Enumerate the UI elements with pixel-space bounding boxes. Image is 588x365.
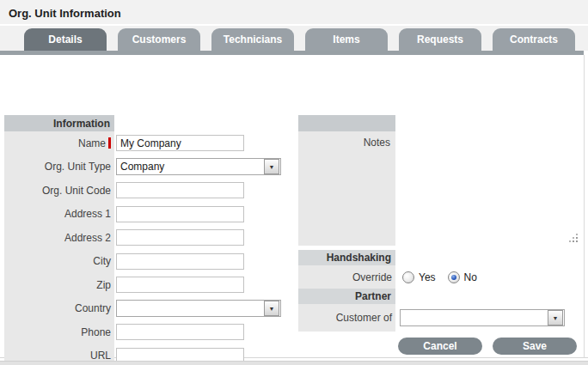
resize-grip-icon[interactable] — [569, 234, 578, 242]
customer-of-row: Customer of ▼ — [298, 304, 582, 332]
notes-label-column: Notes — [298, 131, 395, 246]
override-label: Override — [298, 265, 395, 289]
org-unit-type-value: Company — [117, 161, 263, 173]
customer-of-label: Customer of — [298, 304, 395, 332]
org-unit-code-input[interactable] — [116, 182, 244, 198]
address-2-row: Address 2 — [4, 226, 292, 250]
org-unit-code-label: Org. Unit Code — [4, 179, 114, 203]
radio-label: Yes — [419, 271, 436, 283]
partner-section-header: Partner — [298, 289, 395, 304]
org-unit-type-label: Org. Unit Type — [4, 155, 114, 179]
tab-contracts[interactable]: Contracts — [493, 28, 575, 51]
information-fields: NameOrg. Unit TypeCompany▼Org. Unit Code… — [4, 131, 292, 365]
content-area: Information NameOrg. Unit TypeCompany▼Or… — [0, 55, 588, 358]
phone-input[interactable] — [116, 324, 244, 340]
notes-textarea[interactable] — [395, 131, 582, 246]
window-header: Org. Unit Information — [0, 0, 588, 26]
panel-right-border — [584, 55, 585, 358]
tab-details[interactable]: Details — [24, 28, 107, 51]
radio-selected-icon[interactable] — [448, 271, 460, 283]
country-label: Country — [4, 297, 114, 321]
tab-customers[interactable]: Customers — [118, 28, 200, 51]
right-section: Notes Handshaking Override YesNo Partner… — [298, 115, 582, 332]
action-bar: Cancel Save — [398, 338, 577, 355]
name-label: Name — [4, 131, 114, 155]
override-options: YesNo — [395, 265, 582, 289]
city-label: City — [4, 250, 114, 274]
tab-bar: DetailsCustomersTechniciansItemsRequests… — [0, 26, 588, 51]
zip-row: Zip — [4, 273, 292, 297]
override-row: Override YesNo — [298, 265, 582, 289]
org-unit-type-select[interactable]: Company▼ — [116, 158, 281, 175]
address-2-input[interactable] — [116, 229, 244, 246]
notes-section-header — [298, 115, 395, 131]
bottom-strip — [0, 361, 588, 365]
page-title: Org. Unit Information — [0, 0, 588, 20]
radio-unselected-icon[interactable] — [402, 271, 414, 283]
zip-input[interactable] — [116, 277, 244, 293]
notes-label: Notes — [364, 137, 390, 246]
org-unit-code-row: Org. Unit Code — [4, 179, 292, 203]
information-section: Information NameOrg. Unit TypeCompany▼Or… — [4, 115, 292, 365]
save-button[interactable]: Save — [493, 338, 577, 355]
override-yes-option[interactable]: Yes — [402, 271, 436, 283]
dropdown-arrow-icon[interactable]: ▼ — [264, 159, 279, 174]
name-input[interactable] — [116, 135, 244, 151]
override-no-option[interactable]: No — [448, 271, 477, 283]
dropdown-arrow-icon[interactable]: ▼ — [264, 301, 279, 316]
required-marker — [108, 137, 111, 149]
tab-requests[interactable]: Requests — [399, 28, 481, 51]
cancel-button[interactable]: Cancel — [398, 338, 482, 355]
city-input[interactable] — [116, 253, 244, 270]
address-1-label: Address 1 — [4, 203, 114, 227]
phone-label: Phone — [4, 320, 114, 344]
tab-items[interactable]: Items — [305, 28, 388, 51]
address-2-label: Address 2 — [4, 226, 114, 250]
zip-label: Zip — [4, 273, 114, 297]
phone-row: Phone — [4, 320, 292, 344]
address-1-row: Address 1 — [4, 203, 292, 227]
dropdown-arrow-icon[interactable]: ▼ — [548, 310, 563, 325]
country-select[interactable]: ▼ — [116, 300, 281, 317]
radio-label: No — [464, 271, 477, 283]
tab-technicians[interactable]: Technicians — [211, 28, 294, 51]
handshaking-section-header: Handshaking — [298, 250, 395, 265]
address-1-input[interactable] — [116, 206, 244, 222]
city-row: City — [4, 250, 292, 274]
name-row: Name — [4, 131, 292, 155]
information-section-header: Information — [4, 115, 114, 131]
country-row: Country▼ — [4, 297, 292, 321]
org-unit-type-row: Org. Unit TypeCompany▼ — [4, 155, 292, 179]
customer-of-select[interactable]: ▼ — [400, 309, 565, 326]
notes-row: Notes — [298, 131, 582, 246]
